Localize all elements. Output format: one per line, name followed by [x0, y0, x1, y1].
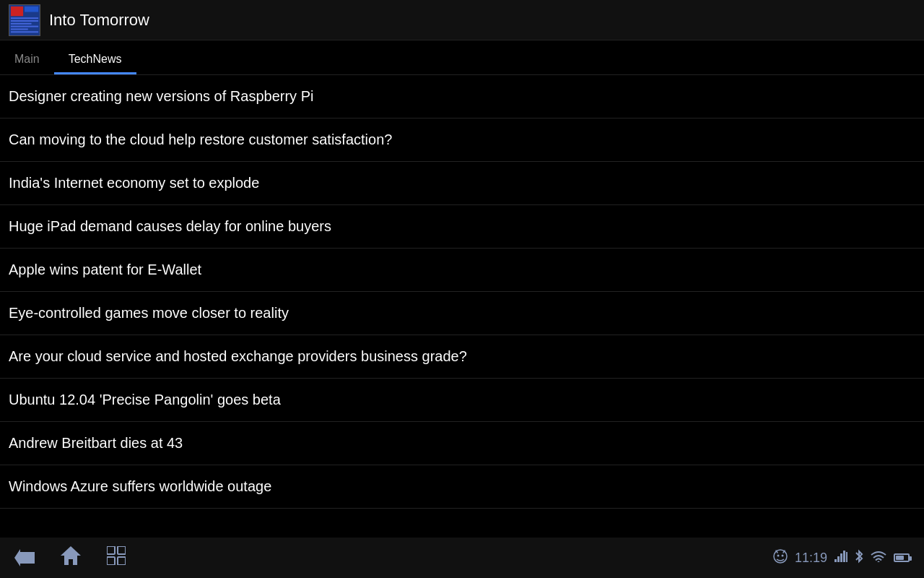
news-list: Designer creating new versions of Raspbe… — [0, 75, 924, 509]
app-header: Into Tomorrow — [0, 0, 924, 40]
svg-rect-19 — [837, 556, 840, 562]
svg-rect-12 — [118, 546, 126, 554]
svg-point-23 — [878, 561, 880, 562]
news-item[interactable]: Ubuntu 12.04 'Precise Pangolin' goes bet… — [0, 379, 924, 422]
svg-rect-20 — [840, 553, 842, 562]
svg-rect-22 — [846, 552, 847, 562]
status-time: 11:19 — [795, 551, 827, 566]
tab-main[interactable]: Main — [0, 44, 54, 74]
svg-rect-1 — [11, 6, 23, 15]
avatar — [9, 4, 40, 36]
news-item[interactable]: Eye-controlled games move closer to real… — [0, 292, 924, 335]
svg-marker-9 — [14, 549, 35, 566]
svg-rect-7 — [11, 28, 28, 30]
svg-rect-2 — [25, 6, 38, 12]
app-title: Into Tomorrow — [49, 11, 149, 30]
tab-bar: Main TechNews — [0, 40, 924, 75]
svg-rect-4 — [11, 20, 38, 22]
tab-technews[interactable]: TechNews — [54, 44, 136, 74]
nav-buttons — [14, 546, 126, 569]
news-item[interactable]: India's Internet economy set to explode — [0, 162, 924, 205]
status-bar: 11:19 — [773, 549, 910, 567]
news-item[interactable]: Can moving to the cloud help restore cus… — [0, 118, 924, 162]
svg-rect-11 — [107, 546, 115, 554]
news-item[interactable]: Are your cloud service and hosted exchan… — [0, 335, 924, 379]
news-item[interactable]: Windows Azure suffers worldwide outage — [0, 465, 924, 509]
bluetooth-icon — [855, 549, 863, 567]
android-icon — [773, 549, 788, 567]
news-item[interactable]: Huge iPad demand causes delay for online… — [0, 205, 924, 249]
back-button[interactable] — [14, 549, 35, 566]
svg-rect-8 — [11, 31, 38, 33]
recent-apps-button[interactable] — [107, 546, 126, 569]
svg-point-17 — [781, 554, 783, 556]
bottom-nav-bar: 11:19 — [0, 538, 924, 578]
battery-icon — [894, 553, 910, 562]
wifi-icon — [871, 551, 886, 566]
news-item[interactable]: Designer creating new versions of Raspbe… — [0, 75, 924, 118]
signal-icon — [834, 551, 847, 566]
svg-point-16 — [777, 554, 779, 556]
svg-rect-5 — [11, 22, 32, 24]
news-item[interactable]: Andrew Breitbart dies at 43 — [0, 422, 924, 465]
svg-marker-10 — [61, 546, 81, 565]
svg-rect-14 — [118, 557, 126, 565]
svg-rect-21 — [843, 551, 845, 562]
news-item[interactable]: Apple wins patent for E-Wallet — [0, 249, 924, 292]
svg-rect-18 — [834, 559, 837, 562]
svg-rect-3 — [11, 17, 38, 19]
svg-rect-6 — [11, 25, 38, 27]
home-button[interactable] — [61, 546, 81, 569]
svg-rect-13 — [107, 557, 115, 565]
